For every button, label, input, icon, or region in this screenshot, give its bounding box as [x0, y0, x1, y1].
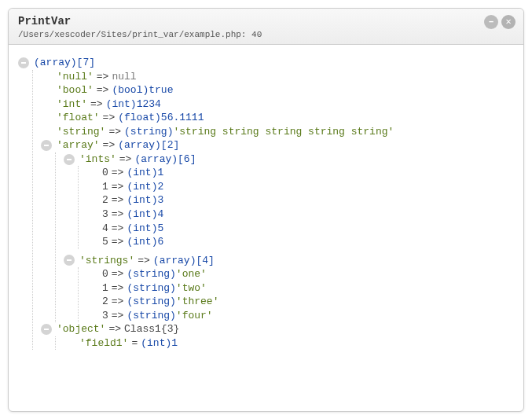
index-label: 2: [102, 295, 108, 309]
index-label: 4: [102, 222, 108, 236]
collapse-icon[interactable]: [64, 255, 75, 266]
type-label: (string): [124, 125, 173, 139]
type-label: (string): [127, 267, 175, 281]
tree-row: 0=>(string)'one': [86, 267, 514, 281]
arrow-label: =>: [112, 208, 124, 222]
value-label: 4: [157, 208, 163, 222]
value-label: 3: [157, 193, 163, 208]
key-label: 'string': [57, 125, 105, 139]
tree-row: 'strings' => (array)[4]: [64, 254, 514, 268]
array-children: 'ints' => (array)[6] 0=>(int)1 1=>(int)2…: [55, 152, 514, 323]
key-label: 'null': [57, 70, 94, 84]
panel-title: PrintVar: [18, 15, 514, 28]
index-label: 5: [102, 235, 108, 249]
tree-row: 2=>(string)'three': [86, 295, 514, 309]
tree-row: 'null' => null: [41, 70, 514, 84]
tree-row: 'string' => (string)'string string strin…: [41, 125, 514, 139]
type-label: (string): [127, 295, 175, 309]
key-label: 'float': [57, 111, 100, 125]
type-label: (int): [127, 180, 157, 194]
collapse-icon[interactable]: [18, 57, 29, 68]
type-label: (string): [127, 281, 175, 296]
type-label: (int): [141, 336, 171, 351]
root-row: (array) [7]: [18, 56, 514, 70]
arrow-label: =>: [112, 180, 124, 194]
value-label: 2: [157, 180, 163, 194]
key-label: 'field1': [79, 336, 128, 351]
type-label: (array): [34, 56, 77, 70]
value-label: 'two': [176, 281, 207, 296]
tree-row: 'bool' => (bool)true: [41, 83, 514, 97]
type-label: (int): [127, 166, 157, 180]
collapse-icon[interactable]: [41, 324, 52, 335]
root-children: 'null' => null 'bool' => (bool)true 'int…: [32, 70, 514, 351]
count-label: [7]: [77, 56, 95, 70]
object-children: 'field1' = (int)1: [55, 336, 514, 351]
class-label: Class1: [124, 322, 161, 336]
tree-row: 'field1' = (int)1: [64, 336, 514, 351]
arrow-label: =>: [97, 70, 109, 84]
debug-panel: PrintVar /Users/xescoder/Sites/print_var…: [8, 8, 524, 412]
tree-row: 5=>(int)6: [86, 235, 514, 249]
tree-row: 4=>(int)5: [86, 222, 514, 236]
index-label: 2: [102, 193, 108, 208]
count-label: [2]: [161, 138, 179, 152]
key-label: 'int': [57, 97, 87, 112]
index-label: 1: [102, 180, 108, 194]
type-label: (int): [127, 235, 157, 249]
value-label: 'three': [176, 295, 219, 309]
minimize-button[interactable]: –: [484, 15, 498, 29]
ints-children: 0=>(int)1 1=>(int)2 2=>(int)3 3=>(int)4 …: [78, 166, 514, 248]
type-label: (int): [106, 97, 137, 112]
count-label: [4]: [196, 254, 214, 268]
arrow-label: =>: [112, 235, 124, 249]
collapse-icon[interactable]: [41, 140, 52, 151]
type-label: (int): [127, 193, 157, 208]
value-label: 5: [157, 222, 163, 236]
object-node: 'object' => Class1{3} 'field1' = (int)1: [41, 322, 514, 350]
count-label: {3}: [161, 322, 179, 336]
tree-row: 3=>(int)4: [86, 208, 514, 222]
value-label: 1: [171, 336, 178, 351]
value-label: 'one': [176, 267, 207, 281]
index-label: 0: [102, 166, 108, 180]
tree-content: (array) [7] 'null' => null 'bool' => (bo…: [9, 45, 523, 411]
index-label: 3: [102, 208, 108, 222]
type-label: (int): [127, 222, 157, 236]
collapse-icon[interactable]: [64, 154, 75, 165]
tree-row: 'array' => (array)[2]: [41, 138, 514, 152]
key-label: 'ints': [79, 152, 116, 167]
arrow-label: =>: [90, 97, 103, 112]
index-label: 0: [102, 267, 108, 281]
arrow-label: =>: [138, 254, 150, 268]
key-label: 'object': [57, 322, 105, 336]
arrow-label: =>: [108, 125, 121, 139]
strings-node: 'strings' => (array)[4] 0=>(string)'one'…: [64, 254, 514, 323]
index-label: 1: [102, 281, 108, 296]
file-path: /Users/xescoder/Sites/print_var/example.…: [18, 30, 514, 39]
strings-children: 0=>(string)'one' 1=>(string)'two' 2=>(st…: [78, 267, 514, 322]
tree-row: 3=>(string)'four': [86, 309, 514, 323]
type-label: (array): [134, 152, 178, 167]
count-label: [6]: [178, 152, 196, 167]
type-label: (int): [127, 208, 157, 222]
tree-row: 1=>(int)2: [86, 180, 514, 194]
arrow-label: =>: [112, 309, 124, 323]
key-label: 'strings': [79, 254, 134, 268]
arrow-label: =>: [112, 281, 124, 296]
arrow-label: =>: [97, 83, 109, 97]
type-label: (float): [118, 111, 161, 125]
panel-header: PrintVar /Users/xescoder/Sites/print_var…: [9, 9, 523, 45]
arrow-label: =>: [119, 152, 132, 167]
tree-row: 0=>(int)1: [86, 166, 514, 180]
type-label: (array): [153, 254, 196, 268]
tree-row: 'object' => Class1{3}: [41, 322, 514, 336]
arrow-label: =>: [112, 267, 124, 281]
arrow-label: =>: [112, 295, 124, 309]
arrow-label: =>: [112, 222, 124, 236]
value-label: true: [149, 83, 173, 97]
arrow-label: =>: [103, 111, 116, 125]
tree-row: 'ints' => (array)[6]: [64, 152, 514, 167]
close-button[interactable]: ✕: [501, 15, 515, 29]
equals-label: =: [131, 336, 138, 351]
